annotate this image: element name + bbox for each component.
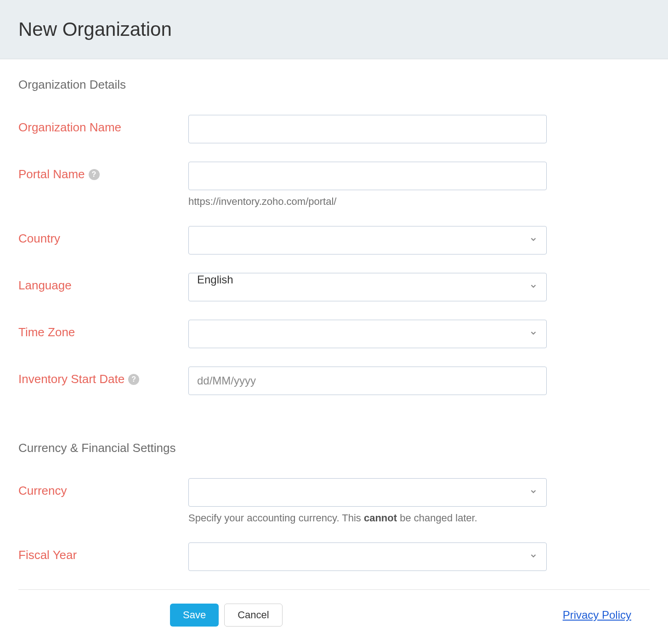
organization-name-input[interactable] — [188, 115, 547, 143]
label-inventory-start-date: Inventory Start Date — [18, 372, 125, 386]
portal-url-hint: https://inventory.zoho.com/portal/ — [188, 196, 547, 208]
fiscal-year-select[interactable] — [188, 542, 547, 571]
save-button[interactable]: Save — [170, 604, 219, 627]
help-icon[interactable]: ? — [128, 374, 139, 385]
label-fiscal-year: Fiscal Year — [18, 542, 188, 562]
row-time-zone: Time Zone — [18, 320, 650, 348]
currency-select[interactable] — [188, 478, 547, 507]
footer-divider — [18, 589, 650, 590]
inventory-start-date-input[interactable] — [188, 367, 547, 395]
label-portal-name: Portal Name — [18, 167, 85, 181]
page-title: New Organization — [18, 18, 650, 40]
section-org-details-title: Organization Details — [18, 78, 650, 92]
label-country: Country — [18, 226, 188, 246]
section-currency-title: Currency & Financial Settings — [18, 441, 650, 455]
cancel-button[interactable]: Cancel — [224, 604, 282, 627]
row-inventory-start-date: Inventory Start Date ? — [18, 367, 650, 395]
currency-hint: Specify your accounting currency. This c… — [188, 512, 547, 524]
country-select[interactable] — [188, 226, 547, 254]
help-icon[interactable]: ? — [89, 169, 100, 180]
row-language: Language English — [18, 273, 650, 301]
row-portal-name: Portal Name ? https://inventory.zoho.com… — [18, 162, 650, 208]
label-time-zone: Time Zone — [18, 320, 188, 339]
privacy-policy-link[interactable]: Privacy Policy — [563, 609, 631, 621]
row-fiscal-year: Fiscal Year — [18, 542, 650, 571]
form-footer: Save Cancel Privacy Policy — [0, 604, 668, 644]
row-country: Country — [18, 226, 650, 254]
time-zone-select[interactable] — [188, 320, 547, 348]
page-header: New Organization — [0, 0, 668, 59]
label-language: Language — [18, 273, 188, 293]
row-organization-name: Organization Name — [18, 115, 650, 143]
row-currency: Currency Specify your accounting currenc… — [18, 478, 650, 524]
portal-name-input[interactable] — [188, 162, 547, 190]
label-organization-name: Organization Name — [18, 115, 188, 135]
language-select[interactable]: English — [188, 273, 547, 301]
label-currency: Currency — [18, 478, 188, 498]
